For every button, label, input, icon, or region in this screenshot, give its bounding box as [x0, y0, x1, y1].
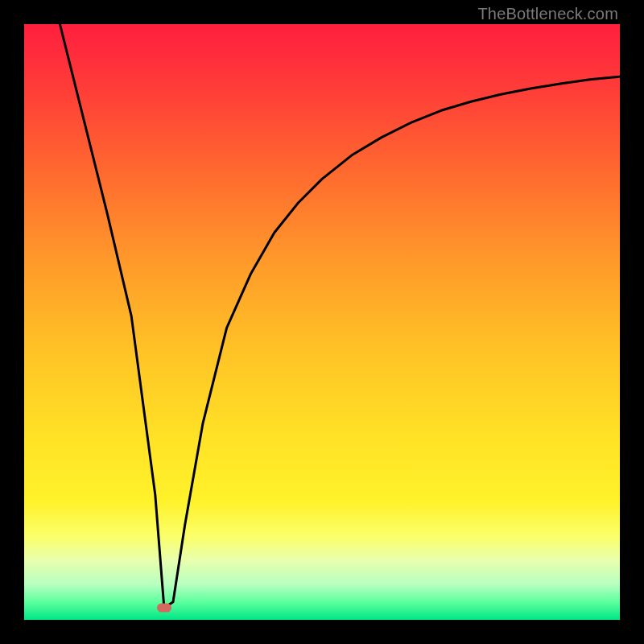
watermark-text: TheBottleneck.com: [477, 5, 618, 23]
plot-area: [24, 24, 620, 620]
minimum-marker: [157, 604, 171, 613]
chart-frame: [24, 24, 620, 620]
gradient-background: [24, 24, 620, 620]
